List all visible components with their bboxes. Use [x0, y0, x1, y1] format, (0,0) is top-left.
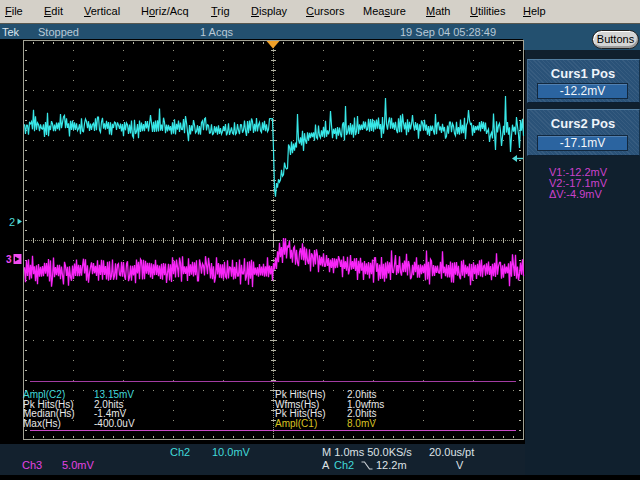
svg-text:2: 2 — [9, 216, 15, 228]
svg-text:3: 3 — [6, 254, 12, 265]
